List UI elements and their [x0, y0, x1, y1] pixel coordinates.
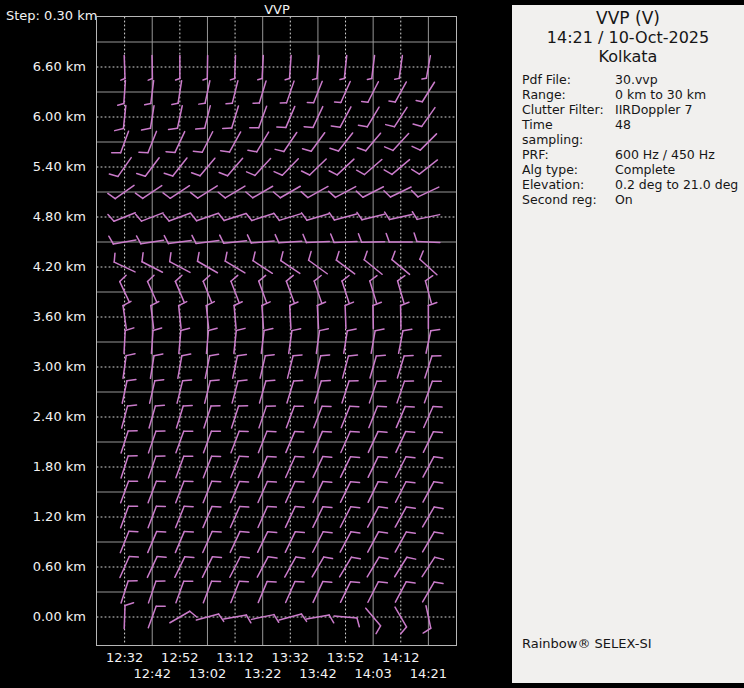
parameter-label: PRF:: [522, 147, 615, 162]
parameter-row: Second reg:On: [522, 192, 744, 207]
parameter-value: 48: [615, 117, 631, 147]
parameter-row: Alg type:Complete: [522, 162, 744, 177]
altitude-label: 2.40 km: [33, 409, 86, 424]
time-label: 13:02: [189, 666, 226, 681]
altitude-label: 5.40 km: [33, 159, 86, 174]
panel-datetime: 14:21 / 10-Oct-2025: [512, 28, 744, 47]
parameter-row: PRF:600 Hz / 450 Hz: [522, 147, 744, 162]
altitude-label: 0.60 km: [33, 559, 86, 574]
altitude-label: 0.00 km: [33, 609, 86, 624]
parameter-value: 0 km to 30 km: [615, 87, 706, 102]
time-label: 13:12: [216, 650, 253, 665]
parameter-value: 0.2 deg to 21.0 deg: [615, 177, 738, 192]
parameter-value: 30.vvp: [615, 72, 658, 87]
altitude-label: 6.00 km: [33, 109, 86, 124]
parameter-value: IIRDoppler 7: [615, 102, 692, 117]
parameter-list: Pdf File:30.vvpRange:0 km to 30 kmClutte…: [512, 72, 744, 207]
time-label: 12:42: [133, 666, 170, 681]
wind-barb-chart: [97, 17, 456, 645]
parameter-row: Pdf File:30.vvp: [522, 72, 744, 87]
panel-site: Kolkata: [512, 47, 744, 66]
parameter-label: Pdf File:: [522, 72, 615, 87]
altitude-label: 4.20 km: [33, 259, 86, 274]
plot-area: [96, 16, 457, 646]
parameter-label: Clutter Filter:: [522, 102, 615, 117]
parameter-label: Time sampling:: [522, 117, 615, 147]
time-label: 14:03: [354, 666, 391, 681]
parameter-row: Range:0 km to 30 km: [522, 87, 744, 102]
parameter-label: Second reg:: [522, 192, 615, 207]
plot-title: VVP: [264, 2, 290, 17]
time-label: 12:52: [161, 650, 198, 665]
altitude-label: 3.00 km: [33, 359, 86, 374]
time-label: 13:32: [272, 650, 309, 665]
parameter-row: Time sampling:48: [522, 117, 744, 147]
parameter-value: On: [615, 192, 633, 207]
altitude-label: 4.80 km: [33, 209, 86, 224]
time-label: 13:42: [299, 666, 336, 681]
altitude-label: 1.80 km: [33, 459, 86, 474]
info-panel: VVP (V) 14:21 / 10-Oct-2025 Kolkata Pdf …: [512, 5, 744, 683]
parameter-value: Complete: [615, 162, 675, 177]
parameter-label: Elevation:: [522, 177, 615, 192]
panel-title: VVP (V): [512, 9, 744, 28]
parameter-value: 600 Hz / 450 Hz: [615, 147, 715, 162]
time-label: 14:12: [382, 650, 419, 665]
time-label: 14:21: [410, 666, 447, 681]
parameter-label: Alg type:: [522, 162, 615, 177]
altitude-label: 1.20 km: [33, 509, 86, 524]
time-label: 13:52: [327, 650, 364, 665]
parameter-label: Range:: [522, 87, 615, 102]
vvp-window: Step: 0.30 km VVP 6.60 km6.00 km5.40 km4…: [0, 0, 744, 688]
brand-footer: Rainbow® SELEX-SI: [522, 636, 652, 651]
parameter-row: Clutter Filter:IIRDoppler 7: [522, 102, 744, 117]
altitude-axis: 6.60 km6.00 km5.40 km4.80 km4.20 km3.60 …: [0, 0, 91, 688]
altitude-label: 3.60 km: [33, 309, 86, 324]
altitude-label: 6.60 km: [33, 59, 86, 74]
time-label: 13:22: [244, 666, 281, 681]
parameter-row: Elevation:0.2 deg to 21.0 deg: [522, 177, 744, 192]
time-label: 12:32: [106, 650, 143, 665]
